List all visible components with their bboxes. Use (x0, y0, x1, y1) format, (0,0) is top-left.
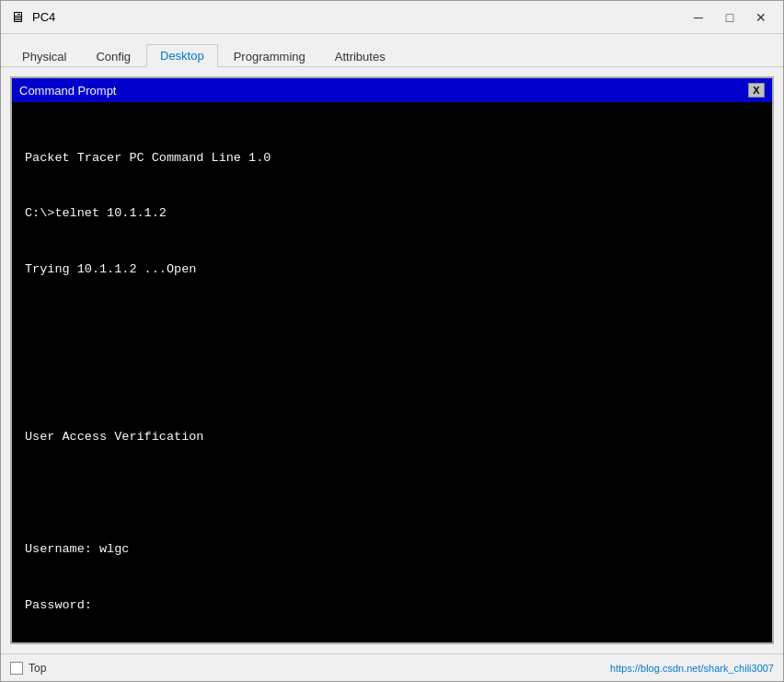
tab-physical[interactable]: Physical (8, 45, 80, 67)
maximize-button[interactable]: □ (715, 6, 744, 29)
close-button[interactable]: ✕ (746, 6, 776, 29)
top-checkbox[interactable] (10, 662, 23, 675)
window-title: PC4 (32, 10, 684, 24)
footer: Top https://blog.csdn.net/shark_chili300… (1, 653, 783, 681)
tab-programming[interactable]: Programming (220, 45, 319, 67)
window-controls: ─ □ ✕ (684, 6, 776, 29)
tab-bar: Physical Config Desktop Programming Attr… (1, 34, 783, 67)
top-label: Top (29, 662, 46, 675)
command-prompt-titlebar: Command Prompt X (12, 78, 772, 102)
footer-link: https://blog.csdn.net/shark_chili3007 (610, 663, 774, 674)
terminal-line (25, 373, 759, 391)
tab-desktop[interactable]: Desktop (146, 44, 218, 67)
title-bar: 🖥 PC4 ─ □ ✕ (1, 1, 783, 34)
terminal-line: Password: (25, 596, 759, 615)
command-prompt-container: Command Prompt X Packet Tracer PC Comman… (10, 76, 774, 644)
cmd-close-button[interactable]: X (748, 83, 765, 98)
terminal-line (25, 484, 759, 503)
terminal-line: C:\>telnet 10.1.1.2 (25, 204, 759, 223)
minimize-button[interactable]: ─ (684, 6, 713, 29)
terminal-line: Packet Tracer PC Command Line 1.0 (25, 149, 759, 168)
terminal-line: User Access Verification (25, 428, 759, 446)
app-icon: 🖥 (8, 8, 27, 27)
terminal-line (25, 317, 759, 335)
terminal-line: Username: wlgc (25, 540, 759, 559)
footer-left: Top (10, 662, 46, 675)
tab-config[interactable]: Config (82, 45, 144, 67)
tab-attributes[interactable]: Attributes (321, 45, 399, 67)
terminal[interactable]: Packet Tracer PC Command Line 1.0 C:\>te… (12, 102, 772, 642)
terminal-line: Trying 10.1.1.2 ...Open (25, 260, 759, 279)
command-prompt-title: Command Prompt (19, 84, 116, 98)
content-area: Command Prompt X Packet Tracer PC Comman… (1, 67, 783, 653)
main-window: 🖥 PC4 ─ □ ✕ Physical Config Desktop Prog… (0, 0, 784, 682)
